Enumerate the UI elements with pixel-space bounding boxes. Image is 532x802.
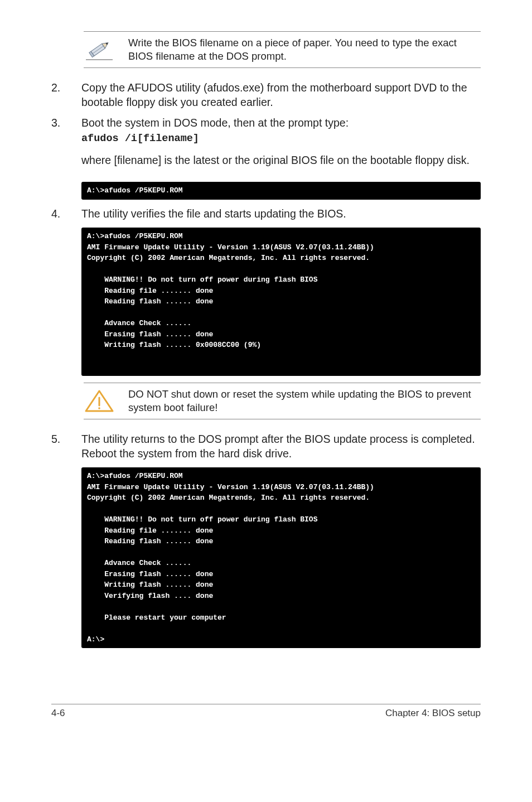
list-number: 2.: [51, 80, 66, 110]
list-body: The utility verifies the file and starts…: [81, 206, 481, 221]
warning-block: DO NOT shut down or reset the system whi…: [84, 383, 481, 419]
list-text: Boot the system in DOS mode, then at the…: [81, 115, 481, 130]
page-number: 4-6: [51, 708, 65, 719]
page-footer: 4-6 Chapter 4: BIOS setup: [51, 704, 481, 719]
list-body: Copy the AFUDOS utility (afudos.exe) fro…: [81, 80, 481, 110]
terminal-output: A:\>afudos /P5KEPU.ROM: [81, 182, 481, 200]
list-body: The utility returns to the DOS prompt af…: [81, 432, 481, 461]
list-item-4: 4. The utility verifies the file and sta…: [51, 206, 481, 221]
warning-icon: [84, 389, 115, 413]
warning-text: DO NOT shut down or reset the system whi…: [128, 388, 481, 414]
list-item-2: 2. Copy the AFUDOS utility (afudos.exe) …: [51, 80, 481, 110]
note-text: Write the BIOS filename on a piece of pa…: [128, 36, 481, 63]
paragraph: where [filename] is the latest or the or…: [81, 153, 481, 167]
note-block: Write the BIOS filename on a piece of pa…: [84, 31, 481, 68]
list-body: Boot the system in DOS mode, then at the…: [81, 115, 481, 176]
list-item-5: 5. The utility returns to the DOS prompt…: [51, 432, 481, 461]
page: Write the BIOS filename on a piece of pa…: [0, 0, 532, 736]
chapter-label: Chapter 4: BIOS setup: [385, 708, 481, 719]
list-number: 4.: [51, 206, 66, 221]
list-number: 3.: [51, 115, 66, 176]
code-command: afudos /i[filename]: [81, 132, 481, 146]
terminal-output: A:\>afudos /P5KEPU.ROM AMI Firmware Upda…: [81, 467, 481, 648]
svg-point-8: [98, 407, 100, 409]
pencil-icon: [84, 37, 115, 62]
list-number: 5.: [51, 432, 66, 461]
list-item-3: 3. Boot the system in DOS mode, then at …: [51, 115, 481, 176]
terminal-output: A:\>afudos /P5KEPU.ROM AMI Firmware Upda…: [81, 228, 481, 376]
